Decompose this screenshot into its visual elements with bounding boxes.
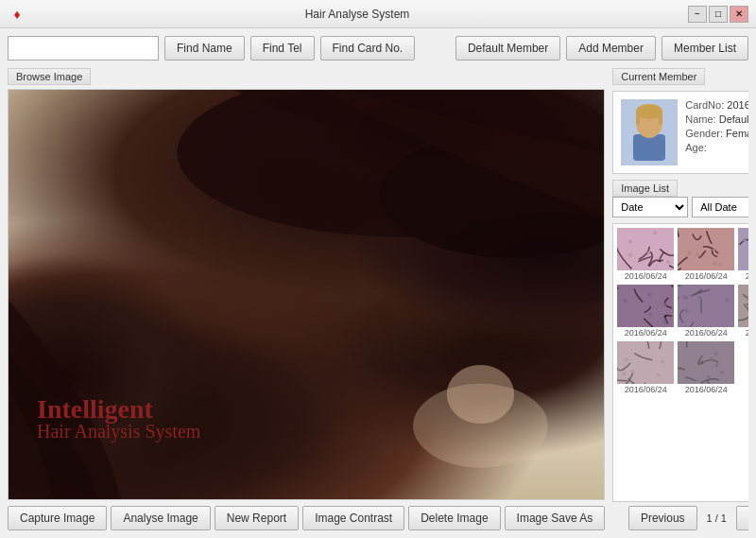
image-thumb-item[interactable]: 2016/06/24 [738, 228, 748, 281]
svg-point-15 [653, 231, 657, 234]
date-filter-select[interactable]: Date [612, 197, 688, 217]
thumb-date: 2016/06/24 [625, 271, 667, 281]
avatar-svg [626, 104, 673, 161]
thumb-date: 2016/06/24 [625, 328, 667, 338]
all-date-filter-select[interactable]: All Date [692, 197, 748, 217]
add-member-button[interactable]: Add Member [566, 36, 656, 61]
card-no-row: CardNo: 201606001 [685, 99, 748, 111]
gender-row: Gender: Female [685, 128, 748, 139]
image-thumb-item[interactable]: 2016/06/24 [617, 285, 674, 338]
svg-point-31 [647, 292, 651, 296]
analyse-image-button[interactable]: Analyse Image [111, 506, 210, 530]
svg-point-11 [628, 253, 632, 257]
image-contrast-button[interactable]: Image Contrast [302, 506, 404, 530]
right-panel: Current Member [612, 68, 748, 530]
thumb-date: 2016/06/24 [625, 385, 667, 394]
left-panel: Browse Image [8, 68, 605, 530]
image-display-area: Intelligent Hair Analysis System [8, 89, 605, 500]
svg-point-17 [718, 263, 722, 267]
svg-point-48 [661, 360, 664, 364]
svg-point-50 [625, 358, 628, 362]
next-button[interactable]: Next [736, 506, 748, 530]
svg-point-21 [713, 248, 716, 252]
image-list-label: Image List [612, 180, 678, 197]
image-thumb-item[interactable]: 2016/06/24 [678, 228, 734, 281]
svg-point-14 [666, 260, 670, 264]
image-thumb-item[interactable]: 2016/06/24 [617, 228, 674, 281]
member-info: CardNo: 201606001 Name: Default Gender: … [685, 99, 748, 165]
member-avatar [621, 99, 678, 165]
pagination-row: Previous 1 / 1 Next [612, 506, 748, 530]
svg-point-47 [631, 370, 635, 373]
window-title: Hair Analyse System [26, 8, 688, 21]
previous-button[interactable]: Previous [628, 506, 697, 530]
filter-row: Date All Date [612, 197, 748, 217]
svg-point-32 [624, 299, 627, 303]
card-no-value: 201606001 [727, 99, 748, 111]
find-name-button[interactable]: Find Name [164, 36, 245, 61]
image-thumb-item[interactable]: 2016/06/24 [738, 285, 748, 338]
image-thumbnail-grid: 2016/06/242016/06/242016/06/242016/06/24… [612, 223, 748, 502]
svg-rect-8 [636, 112, 640, 125]
find-tel-button[interactable]: Find Tel [250, 36, 315, 61]
find-card-no-button[interactable]: Find Card No. [320, 36, 416, 61]
svg-rect-10 [617, 228, 674, 270]
svg-point-51 [657, 373, 661, 377]
thumb-date: 2016/06/24 [685, 328, 728, 338]
svg-point-18 [688, 251, 692, 254]
svg-point-20 [696, 252, 699, 256]
svg-point-29 [663, 303, 667, 306]
delete-image-button[interactable]: Delete Image [408, 506, 500, 530]
svg-point-13 [628, 240, 632, 244]
svg-rect-22 [738, 228, 748, 270]
subtitle-text: Hair Analysis System [37, 421, 200, 443]
svg-rect-4 [633, 134, 665, 161]
default-member-button[interactable]: Default Member [455, 36, 560, 61]
body-area: Browse Image [8, 68, 748, 530]
age-label: Age: [685, 142, 707, 153]
member-list-button[interactable]: Member List [662, 36, 748, 61]
thumb-date: 2016/06/24 [685, 385, 728, 394]
capture-image-button[interactable]: Capture Image [8, 506, 107, 530]
search-input[interactable] [8, 36, 159, 61]
svg-point-53 [710, 357, 713, 361]
svg-point-54 [720, 371, 724, 374]
app-icon: ♦ [8, 5, 26, 24]
current-member-label: Current Member [612, 68, 705, 85]
new-report-button[interactable]: New Report [215, 506, 299, 530]
thumb-date: 2016/06/24 [746, 328, 748, 338]
svg-point-56 [715, 363, 719, 367]
maximize-button[interactable]: □ [709, 6, 728, 23]
window-controls: − □ ✕ [688, 6, 748, 23]
gender-label: Gender: [685, 128, 723, 139]
svg-point-38 [682, 295, 686, 299]
page-info: 1 / 1 [701, 512, 732, 524]
close-button[interactable]: ✕ [730, 6, 748, 23]
name-value: Default [719, 113, 748, 125]
top-bar: Find Name Find Tel Find Card No. Default… [8, 36, 748, 61]
svg-point-55 [714, 352, 718, 356]
image-thumb-item[interactable]: 2016/06/24 [678, 285, 734, 338]
svg-point-7 [636, 104, 662, 119]
name-label: Name: [685, 113, 715, 125]
member-card: CardNo: 201606001 Name: Default Gender: … [612, 91, 748, 174]
image-thumb-item[interactable]: 2016/06/24 [678, 341, 734, 394]
svg-point-12 [647, 252, 651, 255]
image-text-overlay: Intelligent Hair Analysis System [37, 394, 200, 443]
svg-rect-16 [678, 228, 734, 270]
svg-point-23 [743, 238, 747, 242]
svg-rect-9 [659, 112, 662, 125]
main-content: Find Name Find Tel Find Card No. Default… [0, 28, 756, 538]
title-bar: ♦ Hair Analyse System − □ ✕ [0, 0, 756, 28]
svg-point-49 [623, 373, 627, 376]
image-list-section: Image List Date All Date 2016/06/242016/… [612, 180, 748, 530]
svg-point-37 [685, 309, 689, 313]
thumb-date: 2016/06/24 [685, 271, 728, 281]
svg-point-3 [447, 365, 514, 424]
image-thumb-item[interactable]: 2016/06/24 [617, 341, 674, 394]
minimize-button[interactable]: − [688, 6, 707, 23]
image-save-as-button[interactable]: Image Save As [505, 506, 606, 530]
svg-point-57 [707, 374, 711, 378]
hair-image: Intelligent Hair Analysis System [9, 90, 604, 499]
card-no-label: CardNo: [685, 99, 724, 111]
